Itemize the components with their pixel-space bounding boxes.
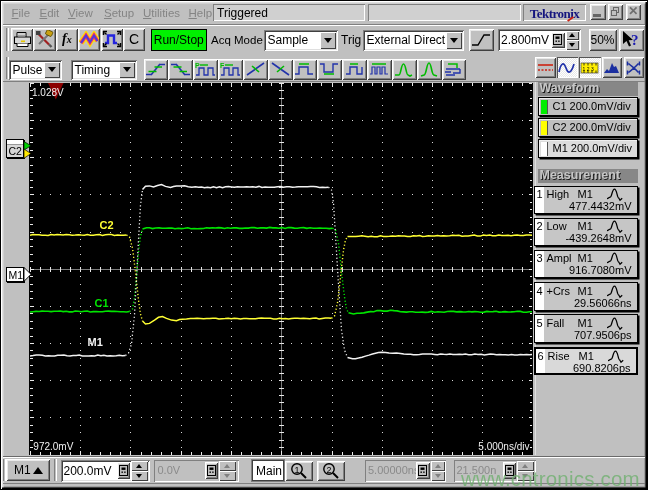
- svg-text:?: ?: [631, 32, 639, 48]
- svg-text:C1: C1: [94, 297, 108, 309]
- svg-text:1 2 3: 1 2 3: [583, 65, 594, 71]
- svg-text:M1: M1: [87, 336, 102, 348]
- svg-text:2: 2: [326, 465, 331, 475]
- svg-text:1.028V: 1.028V: [32, 87, 64, 98]
- svg-text:5.000ns/div: 5.000ns/div: [478, 441, 529, 452]
- svg-text:-972.0mV: -972.0mV: [30, 441, 74, 452]
- svg-text:1: 1: [294, 465, 299, 475]
- svg-text:C2: C2: [99, 219, 113, 231]
